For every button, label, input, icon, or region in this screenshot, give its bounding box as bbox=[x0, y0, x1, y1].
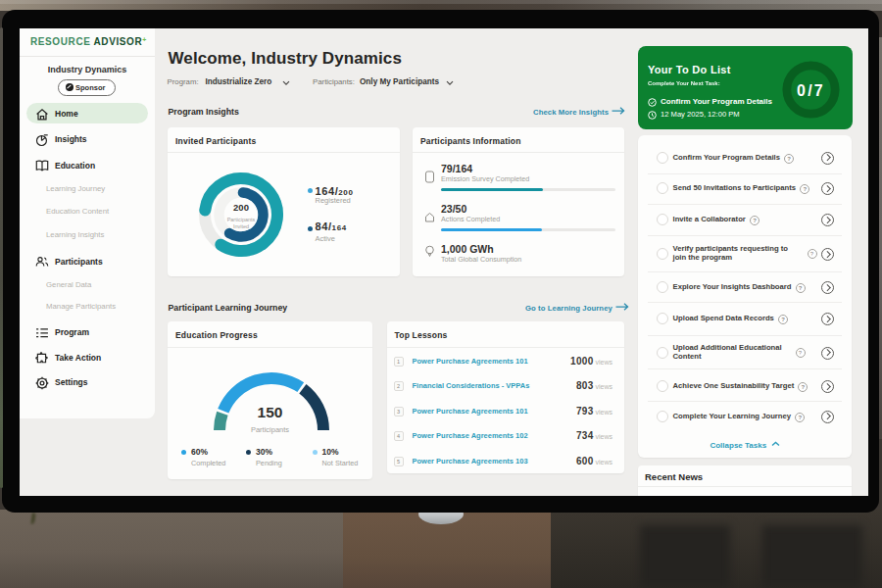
svg-text:Participants: Participants bbox=[227, 217, 256, 222]
svg-text:Invited: Invited bbox=[233, 223, 249, 229]
svg-text:200: 200 bbox=[233, 202, 249, 213]
svg-text:0/7: 0/7 bbox=[797, 82, 825, 99]
